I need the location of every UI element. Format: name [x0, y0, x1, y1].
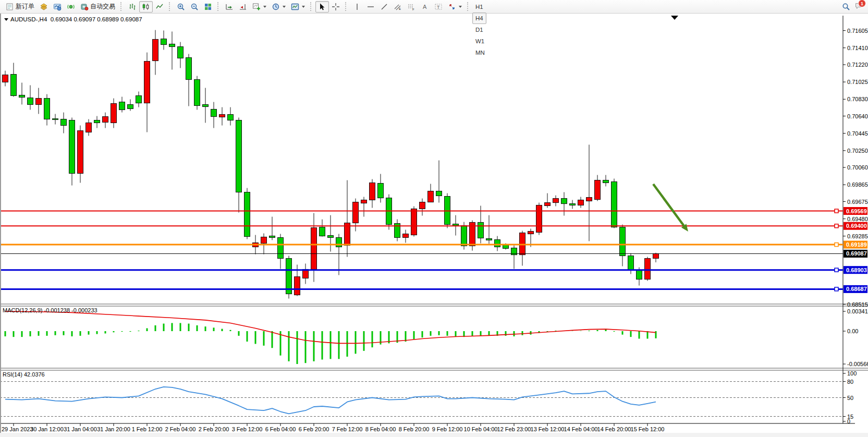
rsi-scale-label: 100: [847, 370, 857, 377]
candle-body-down: [612, 181, 617, 227]
rsi-scale-label: 0: [847, 418, 850, 424]
candle-body-down: [53, 119, 58, 120]
date-axis-label: 30 Jan 12:00: [30, 426, 64, 432]
date-axis-label: 1 Feb 12:00: [132, 426, 163, 432]
macd-scale-label: -0.005669: [847, 361, 868, 367]
date-axis-label: 7 Feb 12:00: [332, 426, 363, 432]
axis-price-tag-text: 0.68687: [846, 286, 867, 292]
date-axis-label: 8 Feb 20:00: [399, 426, 430, 432]
chart-canvas[interactable]: 0.695690.694000.691890.690870.689030.686…: [0, 0, 868, 437]
candle-body-down: [136, 95, 142, 103]
candle-body-down: [94, 120, 100, 123]
macd-value-main: -0.001238: [44, 307, 70, 313]
date-axis-label: 13 Feb 12:00: [531, 426, 565, 432]
line-handle[interactable]: [835, 243, 838, 247]
price-axis-label: 0.71410: [847, 45, 868, 51]
candle-body-down: [44, 99, 50, 119]
price-axis-label: 0.69480: [847, 216, 868, 222]
candle-body-down: [320, 227, 325, 236]
line-handle[interactable]: [835, 287, 838, 291]
candle-body-down: [378, 184, 384, 198]
price-axis-label: 0.71220: [847, 62, 868, 68]
candle-body-up: [111, 103, 117, 123]
rsi-scale-label: 50: [847, 395, 853, 401]
candle-body-up: [370, 183, 375, 200]
price-axis-label: 0.71025: [847, 79, 868, 85]
axis-price-tag-text: 0.69087: [846, 250, 867, 257]
macd-indicator-label: MACD(12,26,9) -0.001238 -0.000233: [3, 307, 97, 313]
candle-body-down: [603, 180, 609, 183]
date-axis-label: 9 Feb 12:00: [432, 426, 463, 432]
rsi-indicator-label: RSI(14) 42.0376: [3, 371, 45, 378]
date-axis-label: 31 Jan 04:00: [64, 426, 97, 432]
date-axis-label: 31 Jan 20:00: [97, 426, 130, 432]
candle-body-up: [578, 200, 584, 205]
date-axis-label: 12 Feb 23:00: [497, 426, 531, 432]
candle-body-down: [119, 102, 125, 110]
date-axis-label: 15 Feb 12:00: [631, 426, 665, 432]
candle-body-up: [103, 117, 108, 123]
macd-value-signal: -0.000233: [71, 307, 97, 313]
date-axis-label: 29 Jan 2023: [2, 426, 33, 432]
axis-price-tag-text: 0.69569: [846, 208, 867, 214]
candle-body-up: [595, 180, 601, 200]
candle-body-up: [403, 234, 409, 238]
candle-body-up: [86, 123, 92, 132]
chart-title: AUDUSD-,H4 0.69034 0.69097 0.68989 0.690…: [4, 16, 142, 22]
axis-price-tag-text: 0.68903: [846, 267, 867, 273]
mt4-platform-window: { "toolbar": { "new_order_label": "新订单",…: [0, 0, 868, 437]
date-axis-label: 10 Feb 04:00: [464, 426, 498, 432]
candle-body-up: [545, 203, 551, 206]
price-axis-label: 0.70830: [847, 96, 868, 102]
candle-body-down: [236, 120, 242, 192]
candle-body-up: [3, 75, 8, 82]
candle-body-up: [536, 205, 542, 232]
candle-body-up: [653, 253, 659, 258]
candle-body-down: [169, 44, 175, 46]
ohlc-low: 0.68989: [97, 16, 119, 22]
price-axis-label: 0.69865: [847, 181, 868, 188]
date-axis-label: 6 Feb 20:00: [299, 426, 329, 432]
candle-body-down: [244, 192, 250, 237]
ohlc-high: 0.69097: [74, 16, 95, 22]
candle-body-down: [161, 39, 167, 45]
sell-signal-arrow[interactable]: [653, 184, 684, 226]
candle-body-up: [553, 199, 559, 203]
candle-body-down: [270, 236, 275, 237]
window-left-edge: [0, 14, 1, 437]
bottom-strip: [0, 433, 868, 437]
candle-body-up: [219, 115, 225, 117]
candle-body-down: [637, 270, 642, 280]
chart-shift-marker[interactable]: [671, 16, 678, 20]
date-axis-label: 3 Feb 12:00: [232, 426, 263, 432]
candle-body-down: [620, 227, 626, 256]
price-axis-label: 0.71605: [847, 28, 868, 34]
candle-body-down: [486, 239, 492, 240]
candle-body-down: [194, 80, 200, 106]
candle-body-down: [69, 120, 75, 174]
candle-body-up: [520, 233, 525, 254]
price-axis-label: 0.70445: [847, 130, 868, 137]
candle-body-down: [453, 224, 459, 226]
candle-body-up: [144, 62, 150, 103]
axis-price-tag-text: 0.69400: [846, 223, 867, 229]
line-handle[interactable]: [835, 209, 838, 213]
candle-body-up: [361, 200, 367, 203]
rsi-line: [5, 387, 656, 414]
candle-body-up: [353, 202, 359, 223]
candle-body-down: [211, 109, 217, 116]
candle-body-down: [436, 191, 442, 196]
candle-body-down: [445, 196, 450, 224]
date-axis-label: 14 Feb 20:00: [597, 426, 631, 432]
macd-scale-label: 0.003413: [847, 308, 868, 314]
line-handle[interactable]: [835, 268, 838, 272]
candle-body-up: [645, 259, 651, 280]
candle-body-down: [28, 98, 33, 105]
axis-price-tag-text: 0.69189: [846, 241, 867, 248]
line-handle[interactable]: [835, 224, 838, 228]
price-axis-label: 0.69285: [847, 233, 868, 239]
ohlc-close: 0.69087: [120, 16, 142, 22]
date-axis-label: 6 Feb 04:00: [265, 426, 296, 432]
symbol-dropdown-icon[interactable]: [4, 18, 8, 21]
candle-body-down: [278, 237, 284, 258]
